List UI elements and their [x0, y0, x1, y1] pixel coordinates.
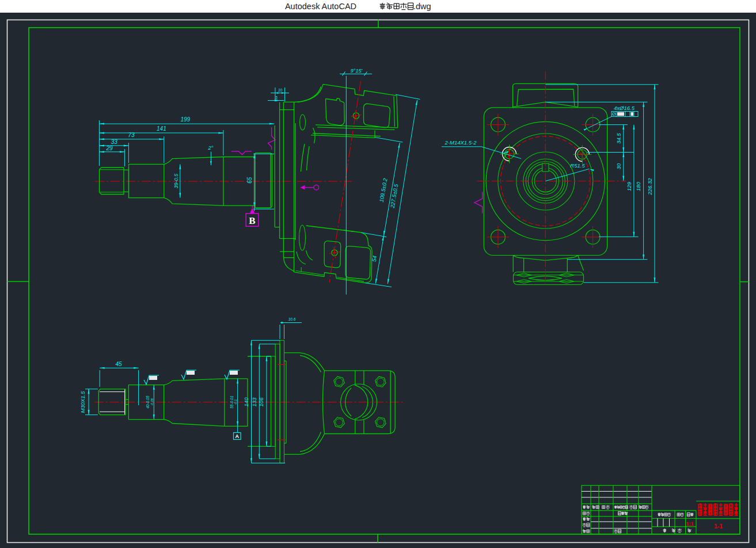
svg-text:1-1: 1-1: [714, 523, 723, 530]
svg-text:5: 5: [275, 96, 278, 100]
svg-text:.dwg: .dwg: [413, 2, 431, 11]
svg-text:M30X1.5: M30X1.5: [79, 391, 86, 413]
svg-text:133: 133: [251, 397, 257, 407]
svg-text:2°: 2°: [207, 144, 213, 151]
svg-text:A: A: [235, 433, 239, 439]
svg-text:39-0.5: 39-0.5: [173, 173, 179, 189]
svg-text:129: 129: [626, 181, 632, 191]
svg-text:10: 10: [278, 88, 283, 92]
svg-text:34.5: 34.5: [616, 133, 622, 144]
svg-text:54: 54: [371, 255, 378, 262]
svg-text:199: 199: [180, 116, 190, 123]
svg-text:R51.5: R51.5: [570, 162, 585, 169]
svg-text:106: 106: [258, 397, 264, 407]
svg-text:33: 33: [111, 139, 118, 145]
svg-text:-0.1: -0.1: [234, 399, 237, 405]
svg-text:2-M14X1.5-2: 2-M14X1.5-2: [445, 139, 477, 146]
svg-text:30: 30: [616, 163, 622, 169]
svg-text:-0.08: -0.08: [150, 398, 154, 405]
svg-text:141: 141: [157, 125, 166, 132]
svg-text:1:1: 1:1: [686, 520, 694, 527]
svg-text:40-0.05: 40-0.05: [146, 395, 150, 408]
svg-text:55-0.01: 55-0.01: [230, 395, 234, 408]
svg-text:45: 45: [115, 361, 122, 367]
svg-text:Autodesk AutoCAD: Autodesk AutoCAD: [285, 2, 356, 11]
svg-text:226.32: 226.32: [647, 178, 653, 196]
svg-text:10.6: 10.6: [288, 317, 296, 321]
svg-text:180: 180: [635, 181, 641, 191]
svg-text:140: 140: [243, 397, 249, 407]
svg-text:B: B: [249, 215, 255, 226]
svg-text:4xØ16.5: 4xØ16.5: [614, 105, 635, 111]
svg-text:65: 65: [246, 177, 253, 184]
svg-text:73: 73: [128, 132, 135, 138]
svg-text:9°15': 9°15': [351, 68, 363, 74]
svg-text:29: 29: [105, 145, 113, 151]
